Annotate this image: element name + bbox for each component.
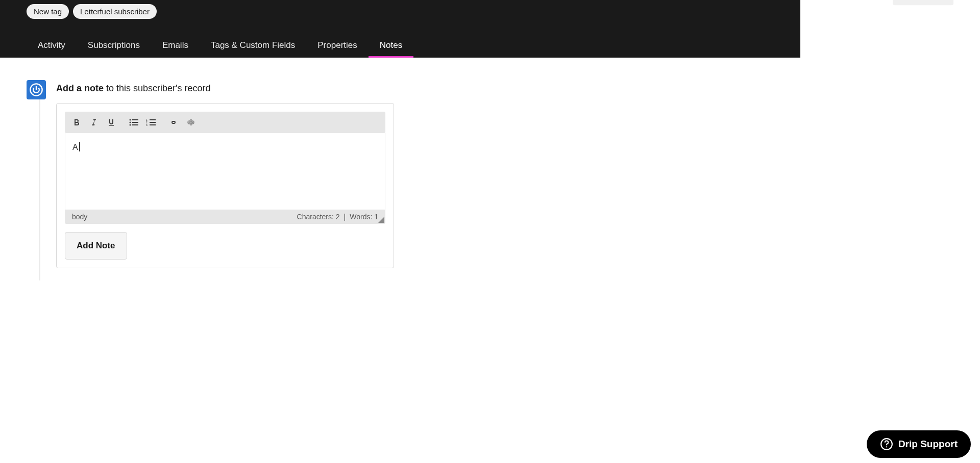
italic-icon: [90, 118, 98, 126]
tab-subscriptions[interactable]: Subscriptions: [77, 33, 151, 58]
text-cursor: [79, 142, 80, 151]
svg-point-5: [130, 124, 131, 126]
bullet-list-icon: [129, 118, 139, 126]
tab-activity[interactable]: Activity: [27, 33, 77, 58]
status-right: Characters: 2 | Words: 1: [297, 213, 378, 221]
tabs-row: Activity Subscriptions Emails Tags & Cus…: [0, 33, 800, 58]
svg-rect-8: [150, 119, 156, 120]
bold-icon: [72, 118, 81, 126]
svg-text:3: 3: [146, 123, 148, 126]
tab-emails[interactable]: Emails: [151, 33, 200, 58]
tab-tags-custom-fields[interactable]: Tags & Custom Fields: [200, 33, 306, 58]
underline-button[interactable]: [104, 115, 119, 130]
char-count: Characters: 2: [297, 213, 340, 221]
svg-point-3: [130, 122, 131, 123]
status-separator: |: [344, 213, 346, 221]
note-heading-strong: Add a note: [56, 83, 104, 93]
editor-path: body: [72, 213, 87, 221]
power-icon: [29, 83, 43, 97]
add-note-button[interactable]: Add Note: [65, 232, 127, 260]
svg-rect-10: [150, 122, 156, 123]
svg-rect-2: [132, 119, 138, 120]
composer-right: Add a note to this subscriber's record: [56, 80, 774, 268]
dark-header: Actions New tag Letterfuel subscriber Ac…: [0, 0, 800, 58]
bold-button[interactable]: [69, 115, 84, 130]
editor-status: body Characters: 2 | Words: 1: [65, 210, 385, 224]
link-icon: [168, 118, 179, 126]
link-button[interactable]: [166, 115, 181, 130]
svg-point-1: [130, 119, 131, 121]
editor-text: A: [72, 143, 78, 151]
unlink-button[interactable]: [183, 115, 199, 130]
tags-row: New tag Letterfuel subscriber: [0, 0, 800, 33]
editor-body[interactable]: A: [65, 133, 385, 210]
content-area: Add a note to this subscriber's record: [0, 58, 800, 291]
note-heading-rest: to this subscriber's record: [104, 83, 211, 93]
unlink-icon: [186, 118, 196, 126]
tab-notes[interactable]: Notes: [369, 33, 413, 58]
underline-icon: [107, 118, 115, 126]
svg-rect-6: [132, 124, 138, 125]
word-count: Words: 1: [350, 213, 378, 221]
resize-handle[interactable]: [378, 217, 384, 223]
tab-properties[interactable]: Properties: [306, 33, 368, 58]
numbered-list-icon: 123: [146, 118, 156, 126]
italic-button[interactable]: [86, 115, 102, 130]
svg-rect-12: [150, 124, 156, 125]
svg-rect-4: [132, 122, 138, 123]
note-composer: Add a note to this subscriber's record: [27, 80, 774, 268]
numbered-list-button[interactable]: 123: [143, 115, 159, 130]
avatar: [27, 80, 46, 99]
editor-panel: 123 A body: [56, 103, 394, 268]
editor-toolbar: 123: [65, 112, 385, 133]
tag-new[interactable]: New tag: [27, 4, 69, 19]
tag-letterfuel-subscriber[interactable]: Letterfuel subscriber: [73, 4, 157, 19]
bullet-list-button[interactable]: [126, 115, 141, 130]
note-heading: Add a note to this subscriber's record: [56, 83, 774, 94]
